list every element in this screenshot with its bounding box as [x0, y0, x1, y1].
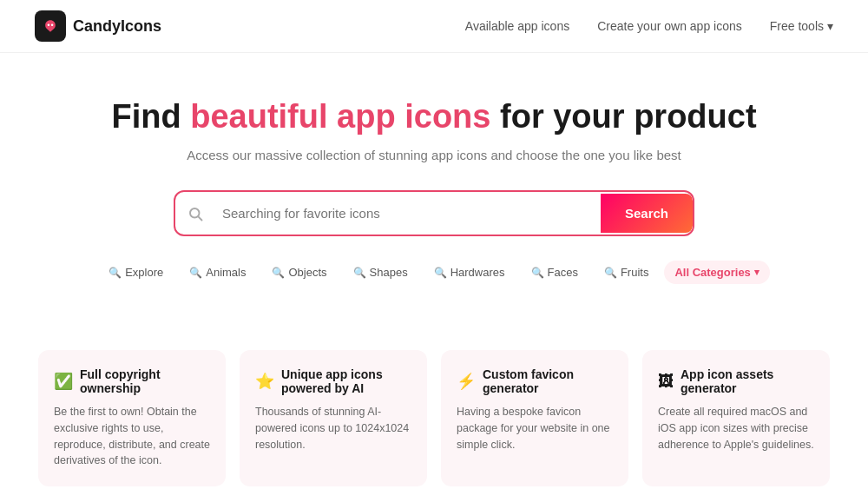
category-filters: 🔍 Explore 🔍 Animals 🔍 Objects 🔍 Shapes 🔍…: [17, 261, 851, 284]
nav-available-icons[interactable]: Available app icons: [465, 19, 569, 33]
check-icon: ✅: [54, 372, 73, 391]
cat-shapes[interactable]: 🔍 Shapes: [343, 261, 418, 284]
hero-section: Find beautiful app icons for your produc…: [0, 53, 868, 350]
logo[interactable]: CandyIcons: [35, 10, 161, 42]
nav-links: Available app icons Create your own app …: [465, 19, 833, 33]
feature-title-favicon: Custom favicon generator: [483, 367, 613, 395]
hero-headline: Find beautiful app icons for your produc…: [17, 98, 851, 135]
search-cat-icon-animals: 🔍: [189, 267, 202, 279]
svg-line-3: [198, 216, 201, 220]
chevron-down-icon: ▾: [827, 19, 833, 33]
search-cat-icon-hw: 🔍: [434, 267, 447, 279]
search-cat-icon-shapes: 🔍: [353, 267, 366, 279]
cat-fruits[interactable]: 🔍 Fruits: [594, 261, 660, 284]
cat-objects[interactable]: 🔍 Objects: [261, 261, 337, 284]
cat-all-categories[interactable]: All Categories ▾: [664, 261, 769, 284]
hero-subheadline: Access our massive collection of stunnin…: [17, 148, 851, 162]
logo-text: CandyIcons: [73, 17, 161, 36]
search-bar: Search: [174, 190, 694, 236]
navbar: CandyIcons Available app icons Create yo…: [0, 0, 868, 53]
feature-title-ai: Unique app icons powered by AI: [281, 367, 411, 395]
feature-desc-favicon: Having a bespoke favicon package for you…: [457, 404, 613, 453]
lightning-icon: ⚡: [457, 372, 476, 391]
feature-card-favicon: ⚡ Custom favicon generator Having a besp…: [441, 350, 628, 486]
search-cat-icon: 🔍: [108, 267, 122, 279]
cat-explore[interactable]: 🔍 Explore: [98, 261, 174, 284]
image-icon: 🖼: [658, 373, 674, 391]
search-cat-icon-fruits: 🔍: [604, 267, 617, 279]
search-input[interactable]: [215, 192, 601, 235]
feature-desc-copyright: Be the first to own! Obtain the exclusiv…: [54, 404, 210, 469]
svg-point-0: [48, 24, 50, 27]
search-cat-icon-faces: 🔍: [531, 267, 544, 279]
feature-card-assets: 🖼 App icon assets generator Create all r…: [642, 350, 830, 486]
cat-animals[interactable]: 🔍 Animals: [179, 261, 256, 284]
feature-card-ai: ⭐ Unique app icons powered by AI Thousan…: [240, 350, 427, 486]
feature-desc-assets: Create all required macOS and iOS app ic…: [658, 404, 814, 453]
svg-point-1: [51, 24, 54, 27]
star-icon: ⭐: [255, 372, 274, 391]
search-button[interactable]: Search: [601, 194, 693, 233]
search-icon: [175, 206, 215, 221]
feature-desc-ai: Thousands of stunning AI-powered icons u…: [255, 404, 411, 453]
logo-icon: [35, 10, 66, 42]
feature-title-assets: App icon assets generator: [681, 367, 814, 395]
feature-title-copyright: Full copyright ownership: [80, 367, 210, 395]
nav-free-tools[interactable]: Free tools ▾: [770, 19, 833, 33]
chevron-down-icon-cat: ▾: [754, 267, 760, 278]
cat-faces[interactable]: 🔍 Faces: [521, 261, 589, 284]
feature-card-copyright: ✅ Full copyright ownership Be the first …: [38, 350, 226, 486]
features-grid: ✅ Full copyright ownership Be the first …: [17, 350, 851, 486]
cat-hardwares[interactable]: 🔍 Hardwares: [424, 261, 516, 284]
search-cat-icon-objects: 🔍: [272, 267, 285, 279]
nav-create-own[interactable]: Create your own app icons: [597, 19, 742, 33]
